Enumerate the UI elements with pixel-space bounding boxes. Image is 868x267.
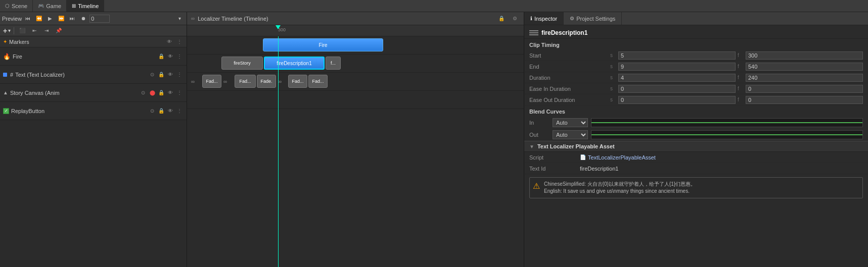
tab-scene[interactable]: ⬡ Scene — [0, 0, 33, 12]
track-item-replay: ✓ ReplayButton ⊙ 🔒 👁 ⋮ — [0, 102, 187, 120]
timeline-ruler[interactable]: 300 — [187, 25, 524, 36]
fad-2-label: Fad... — [239, 79, 251, 84]
blend-out-curve[interactable] — [591, 130, 863, 139]
blend-in-select[interactable]: Auto — [553, 118, 588, 127]
text-track-eye-btn[interactable]: 👁 — [166, 71, 174, 79]
plus-icon: + — [3, 27, 7, 35]
arrow-left-icon[interactable]: ⇤ — [29, 26, 39, 35]
timeline-icon: ⊞ — [72, 3, 76, 9]
end-value-group: s f — [610, 63, 863, 71]
text-track-lock-btn[interactable]: 🔒 — [157, 71, 165, 79]
clip-timing-header: Clip Timing — [524, 39, 868, 50]
tab-timeline[interactable]: ⊞ Timeline — [67, 0, 104, 12]
ease-in-value-group: s f — [610, 85, 863, 93]
story-track-circle-btn[interactable]: ⊙ — [139, 89, 147, 97]
blend-in-curve[interactable] — [591, 118, 863, 127]
tab-inspector[interactable]: ℹ Inspector — [524, 12, 564, 25]
clip-fireDescription[interactable]: fireDescription1 — [264, 57, 325, 70]
clip-fad-5[interactable]: Fad... — [308, 75, 328, 88]
start-label: Start — [529, 52, 610, 59]
blend-out-row: Out Auto — [524, 129, 868, 141]
blend-out-select[interactable]: Auto — [553, 130, 588, 139]
blend-in-row: In Auto — [524, 117, 868, 129]
ease-out-s-unit: s — [610, 97, 616, 102]
clip-fad-4[interactable]: Fad... — [288, 75, 307, 88]
ease-in-label: Ease In Duration — [529, 86, 610, 92]
blend-out-curve-line — [591, 134, 862, 135]
story-track-icon: ▲ — [3, 90, 8, 95]
step-forward-button[interactable]: ⏩ — [56, 14, 66, 23]
start-f-input[interactable] — [746, 51, 863, 60]
timeline-settings-btn[interactable]: ⚙ — [510, 14, 520, 23]
clip-fire[interactable]: Fire — [263, 38, 383, 51]
ease-in-s-input[interactable] — [618, 85, 736, 93]
skip-back-button[interactable]: ⏮ — [23, 14, 33, 23]
fire-track-eye-btn[interactable]: 👁 — [166, 52, 174, 61]
text-track-circle-btn[interactable]: ⊙ — [148, 71, 156, 79]
warning-text: ChineseSimplified: 火自古{0}以来就守护着人，给予了人{1}… — [544, 181, 696, 195]
duration-s-unit: s — [610, 75, 616, 80]
story-track-eye-btn[interactable]: 👁 — [166, 89, 174, 97]
duration-s-input[interactable] — [618, 74, 736, 82]
clip-fade-3[interactable]: Fade. — [257, 75, 276, 88]
start-s-input[interactable] — [618, 51, 736, 60]
story-track-lock-btn[interactable]: 🔒 — [157, 89, 165, 97]
duration-f-unit: f — [738, 75, 744, 80]
skip-forward-button[interactable]: ⏭ — [67, 14, 77, 23]
ease-in-f-input[interactable] — [746, 85, 863, 93]
inspector-object-name: fireDescription1 — [541, 29, 587, 36]
property-row-duration: Duration s f — [524, 72, 868, 83]
ease-out-f-input[interactable] — [746, 96, 863, 104]
clip-fireStory-label: fireStory — [234, 61, 251, 66]
tab-project-settings[interactable]: ⚙ Project Settings — [564, 12, 622, 25]
record-button[interactable]: ⏺ — [78, 14, 88, 23]
timeline-tracks: Fire fireStory fireDescription1 f... ∞ — [187, 36, 524, 267]
replay-track-eye-btn[interactable]: 👁 — [166, 107, 174, 115]
script-label: Script — [529, 154, 580, 161]
inspector-icon: ℹ — [530, 16, 532, 21]
track-item-fire: 🔥 Fire 🔒 👁 ⋮ — [0, 47, 187, 66]
markers-menu-button[interactable]: ⋮ — [175, 38, 184, 46]
story-track-menu-btn[interactable]: ⋮ — [175, 89, 184, 97]
end-f-unit: f — [738, 64, 744, 69]
title-icon — [529, 30, 538, 35]
playhead-top — [276, 25, 281, 29]
text-track-menu-btn[interactable]: ⋮ — [175, 71, 184, 79]
replay-track-menu-btn[interactable]: ⋮ — [175, 107, 184, 115]
inspector-tab-label: Inspector — [534, 16, 557, 22]
dropdown-button[interactable]: ▾ — [174, 14, 185, 23]
tab-game-label: Game — [46, 3, 61, 9]
arrow-right-icon[interactable]: ⇥ — [41, 26, 52, 35]
replay-track-lock-btn[interactable]: 🔒 — [157, 107, 165, 115]
end-s-input[interactable] — [618, 63, 736, 71]
timeline-lock-btn[interactable]: 🔒 — [496, 14, 507, 23]
blend-in-label: In — [529, 120, 550, 126]
rec-icon[interactable]: ⬛ — [17, 26, 27, 35]
markers-eye-button[interactable]: 👁 — [165, 38, 173, 46]
text-id-row: Text Id fireDescription1 — [524, 163, 868, 174]
fire-track-name: Fire — [13, 54, 155, 60]
duration-label: Duration — [529, 75, 610, 81]
ease-out-s-input[interactable] — [618, 96, 736, 104]
clip-fad-2[interactable]: Fad... — [235, 75, 256, 88]
add-button[interactable]: + ▾ — [3, 27, 11, 35]
fire-track-lock-btn[interactable]: 🔒 — [157, 52, 165, 61]
timeline-row-replay — [187, 91, 524, 109]
end-f-input[interactable] — [746, 63, 863, 71]
story-track-rec-btn[interactable]: ⬤ — [148, 89, 156, 97]
scene-icon: ⬡ — [5, 3, 10, 9]
fire-track-menu-btn[interactable]: ⋮ — [175, 52, 184, 61]
duration-f-input[interactable] — [746, 74, 863, 82]
frame-input[interactable] — [89, 15, 110, 23]
text-track-actions: ⊙ 🔒 👁 ⋮ — [148, 71, 184, 79]
step-back-button[interactable]: ⏪ — [34, 14, 44, 23]
clip-fad-1[interactable]: Fad... — [202, 75, 221, 88]
clip-fireStory[interactable]: fireStory — [221, 57, 263, 70]
markers-row: ✦ Markers 👁 ⋮ — [0, 36, 187, 47]
replay-track-circle-btn[interactable]: ⊙ — [148, 107, 156, 115]
replay-checkbox[interactable]: ✓ — [3, 108, 9, 114]
pin-icon[interactable]: 📌 — [54, 26, 64, 35]
clip-text-extra[interactable]: f... — [326, 57, 341, 70]
tab-game[interactable]: 🎮 Game — [33, 0, 67, 12]
play-button[interactable]: ▶ — [45, 14, 55, 23]
